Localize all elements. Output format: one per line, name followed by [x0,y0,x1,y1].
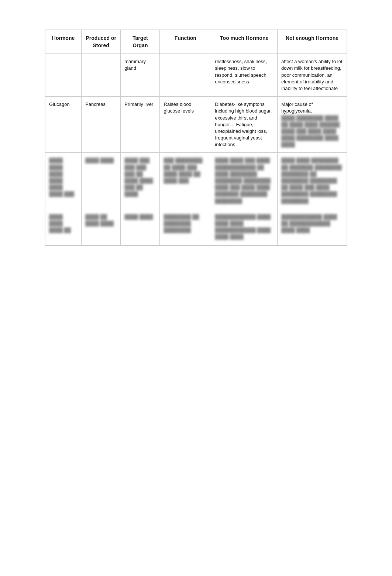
cell-produced: Pancreas [82,97,121,153]
cell-function [160,54,211,97]
table-row: ████ ████ ████ ██ ████ ██ ████ ████ ████… [45,209,347,245]
blurred-text: ████ ████ ████████ ██ ███████ ████████ █… [281,158,342,203]
cell-not-enough: affect a woman's ability to let down mil… [278,54,347,97]
blurred-text: ████ ████ ███ ████ ████████████ ██ ████ … [215,158,271,203]
cell-not-enough: ████████████ ████ ██ ████████████ ████ █… [278,209,347,245]
cell-too-much: Diabetes-like symptons including high bl… [211,97,278,153]
header-not-enough: Not enough Hormone [278,30,347,54]
cell-target: ████ ███ ███ ███ ███ ██ ████ ████ ███ ██… [121,153,160,209]
cell-hormone [45,54,82,97]
cell-too-much: ████████████ ████ ████ ████ ████████████… [211,209,278,245]
cell-too-much: ████ ████ ███ ████ ████████████ ██ ████ … [211,153,278,209]
blurred-text: ████ ████ [85,158,114,163]
table-row: Glucagon Pancreas Primarily liver Raises… [45,97,347,153]
not-enough-blurred: ████ ████████ ████ ██ ████ ████ ██████ █… [281,115,340,148]
cell-function: ███ ████████ ██ ████ ███ ████ ████ ██ ██… [160,153,211,209]
header-target: Target Organ [121,30,160,54]
cell-hormone: ████ ████ ████ ████ ████ ████ ███ [45,153,82,209]
blurred-text: ████████████ ████ ████ ████ ████████████… [215,214,271,240]
header-too-much: Too much Hormone [211,30,278,54]
hormone-table: Hormone Produced or Stored Target Organ … [45,30,347,245]
blurred-text: ████████████ ████ ██ ████████████ ████ █… [281,214,337,233]
blurred-text: ████ ████ ████ ████ ████ ████ ███ [49,158,74,197]
blurred-text: ████ ████ [124,214,153,220]
cell-target: Primarily liver [121,97,160,153]
blurred-text: ████ ██ ████ ████ [85,214,114,226]
cell-target: ████ ████ [121,209,160,245]
cell-target: mammary gland [121,54,160,97]
cell-hormone: Glucagon [45,97,82,153]
cell-not-enough: Major cause of hypoglycemia. ████ ██████… [278,97,347,153]
table-row: mammary gland restlessness, shakiness, s… [45,54,347,97]
cell-function: ████████ ██ ████████ ████████ [160,209,211,245]
blurred-text: ████ ███ ███ ███ ███ ██ ████ ████ ███ ██… [124,158,153,197]
cell-produced: ████ ████ [82,153,121,209]
header-produced: Produced or Stored [82,30,121,54]
main-table-container: Hormone Produced or Stored Target Organ … [45,30,347,246]
blurred-text: ████ ████ ████ ██ [49,214,71,233]
cell-function: Raises blood glucose levels [160,97,211,153]
header-hormone: Hormone [45,30,82,54]
cell-not-enough: ████ ████ ████████ ██ ███████ ████████ █… [278,153,347,209]
header-function: Function [160,30,211,54]
cell-hormone: ████ ████ ████ ██ [45,209,82,245]
not-enough-visible: Major cause of hypoglycemia. [281,101,313,114]
cell-produced [82,54,121,97]
blurred-text: ███ ████████ ██ ████ ███ ████ ████ ██ ██… [164,158,202,183]
cell-produced: ████ ██ ████ ████ [82,209,121,245]
blurred-text: ████████ ██ ████████ ████████ [164,214,199,233]
cell-too-much: restlessness, shakiness, sleepiness, slo… [211,54,278,97]
table-row: ████ ████ ████ ████ ████ ████ ███ ████ █… [45,153,347,209]
